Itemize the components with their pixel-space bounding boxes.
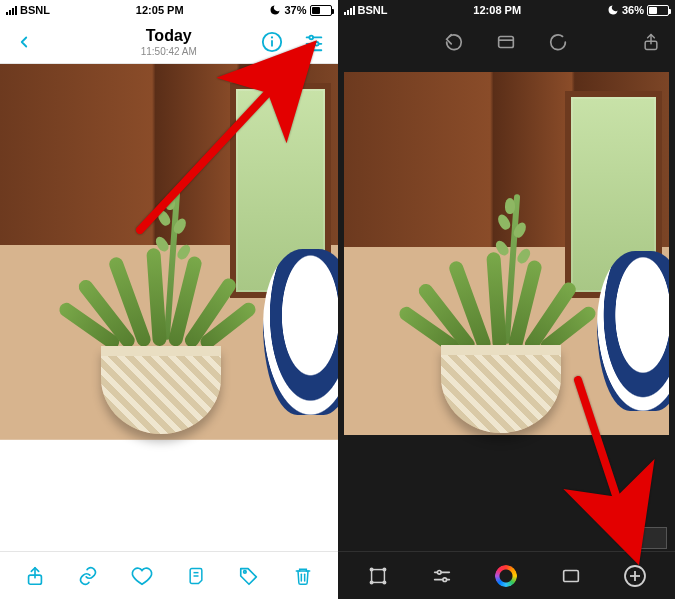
dnd-moon-icon	[269, 4, 281, 16]
status-time: 12:08 PM	[473, 4, 521, 16]
svg-rect-28	[563, 570, 578, 581]
screen-photo-view: BSNL 12:05 PM 37% Today 11:50:42 AM	[0, 0, 338, 599]
frame-tool-button[interactable]	[557, 562, 585, 590]
svg-point-20	[370, 568, 373, 571]
share-button[interactable]	[21, 562, 49, 590]
carrier-label: BSNL	[20, 4, 50, 16]
svg-point-21	[383, 568, 386, 571]
undo-button[interactable]	[440, 28, 468, 56]
nav-subtitle: 11:50:42 AM	[80, 46, 258, 57]
status-right: 37%	[269, 4, 331, 16]
trash-button[interactable]	[289, 562, 317, 590]
photo-vase	[597, 251, 669, 411]
note-button[interactable]	[182, 562, 210, 590]
export-button[interactable]	[637, 28, 665, 56]
signal-icon	[6, 5, 17, 15]
nav-title: Today	[80, 27, 258, 45]
link-button[interactable]	[74, 562, 102, 590]
history-thumb[interactable]	[637, 527, 667, 549]
editor-bottom-toolbar	[338, 551, 676, 599]
svg-point-4	[309, 35, 313, 39]
svg-point-6	[314, 42, 318, 46]
color-ring-icon	[495, 565, 517, 587]
svg-point-23	[383, 581, 386, 584]
crop-tool-button[interactable]	[364, 562, 392, 590]
svg-point-22	[370, 581, 373, 584]
nav-bar: Today 11:50:42 AM	[0, 20, 338, 64]
svg-point-2	[270, 36, 272, 38]
status-right: 36%	[607, 4, 669, 16]
svg-rect-19	[371, 569, 384, 582]
carrier-label: BSNL	[358, 4, 388, 16]
screen-photo-editor: BSNL 12:08 PM 36%	[338, 0, 676, 599]
editor-canvas[interactable]	[344, 72, 670, 543]
signal-icon	[344, 5, 355, 15]
compare-original-button[interactable]	[492, 28, 520, 56]
battery-pct: 36%	[622, 4, 644, 16]
editor-canvas-area[interactable]	[338, 64, 676, 551]
back-button[interactable]	[10, 28, 38, 56]
add-effect-button[interactable]	[621, 562, 649, 590]
photo-area[interactable]	[0, 64, 338, 551]
tag-button[interactable]	[235, 562, 263, 590]
bottom-toolbar	[0, 551, 338, 599]
status-bar: BSNL 12:08 PM 36%	[338, 0, 676, 20]
info-button[interactable]	[258, 28, 286, 56]
battery-pct: 37%	[284, 4, 306, 16]
svg-point-25	[437, 570, 441, 574]
photo[interactable]	[0, 64, 338, 551]
svg-point-12	[244, 570, 247, 573]
status-bar: BSNL 12:05 PM 37%	[0, 0, 338, 20]
battery-icon	[647, 5, 669, 16]
redo-button[interactable]	[544, 28, 572, 56]
battery-icon	[310, 5, 332, 16]
status-left: BSNL	[6, 4, 50, 16]
adjust-tool-button[interactable]	[428, 562, 456, 590]
edit-sliders-button[interactable]	[300, 28, 328, 56]
dnd-moon-icon	[607, 4, 619, 16]
svg-rect-16	[499, 37, 514, 48]
svg-point-8	[307, 48, 311, 52]
color-tool-button[interactable]	[492, 562, 520, 590]
favorite-button[interactable]	[128, 562, 156, 590]
editor-top-bar	[338, 20, 676, 64]
nav-title-block: Today 11:50:42 AM	[80, 27, 258, 57]
photo-vase	[263, 249, 337, 415]
status-left: BSNL	[344, 4, 388, 16]
svg-point-27	[443, 577, 447, 581]
status-time: 12:05 PM	[136, 4, 184, 16]
